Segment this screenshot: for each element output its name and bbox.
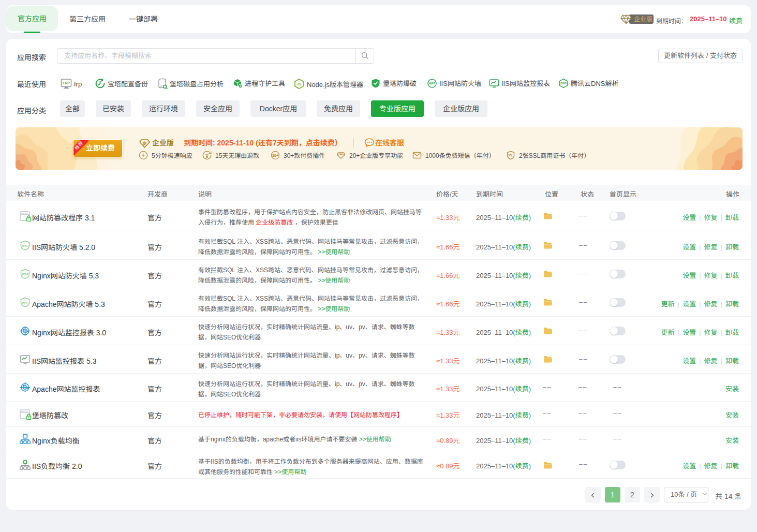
svg-text:JS: JS	[296, 82, 301, 86]
svg-text:30+: 30+	[272, 153, 279, 158]
svg-text:企: 企	[143, 141, 147, 146]
svg-text:FRP: FRP	[63, 81, 70, 85]
svg-text:WAF: WAF	[429, 82, 436, 85]
svg-text:SSL: SSL	[508, 154, 513, 157]
svg-text:DNS: DNS	[560, 82, 567, 85]
svg-text:WAF: WAF	[22, 301, 29, 304]
svg-text:WAF: WAF	[22, 273, 29, 276]
svg-text:WAF: WAF	[22, 244, 29, 247]
